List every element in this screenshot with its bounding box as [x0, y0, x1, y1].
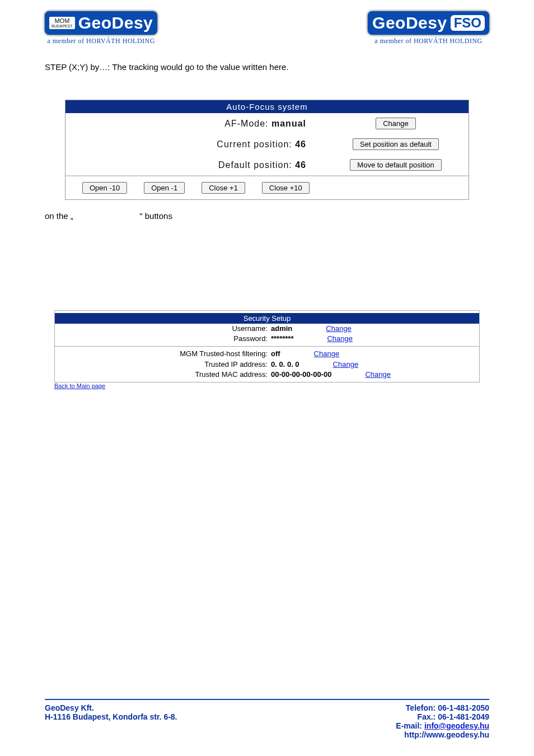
security-filter-label: MGM Trusted-host filtering: — [55, 349, 271, 359]
fso-badge: FSO — [451, 15, 485, 31]
change-password-link[interactable]: Change — [327, 334, 353, 344]
logo-right: GeoDesy FSO a member of HORVÁTH HOLDING — [368, 11, 489, 45]
change-button[interactable]: Change — [376, 118, 416, 129]
logo-left-name: GeoDesy — [78, 13, 153, 32]
footer-right: Telefon: 06-1-481-2050 Fax.: 06-1-481-20… — [396, 703, 489, 739]
security-mac-row: Trusted MAC address: 00-00-00-00-00-00 C… — [55, 370, 479, 380]
af-current-label: Current position: — [217, 139, 295, 149]
on-the-text: on the „ " buttons — [45, 211, 489, 221]
logo-left: MOM BUDAPEST GeoDesy a member of HORVÁTH… — [45, 11, 157, 45]
set-default-button[interactable]: Set position as default — [353, 138, 439, 150]
af-current-row: Current position: 46 Set position as def… — [65, 134, 469, 155]
step-text: STEP (X;Y) by…: The tracking would go to… — [45, 62, 489, 72]
af-default-value: 46 — [295, 160, 306, 170]
af-current-label-col: Current position: 46 — [65, 139, 329, 150]
on-the-prefix: on the „ — [45, 211, 73, 221]
footer-email-line: E-mail: info@geodesy.hu — [396, 721, 489, 730]
change-ip-link[interactable]: Change — [333, 360, 359, 370]
footer-email-link[interactable]: info@geodesy.hu — [424, 721, 489, 730]
page: MOM BUDAPEST GeoDesy a member of HORVÁTH… — [0, 0, 534, 756]
logo-left-tagline: a member of HORVÁTH HOLDING — [47, 37, 155, 45]
security-password-value: ******** — [271, 334, 293, 344]
footer-fax: Fax.: 06-1-481-2049 — [396, 712, 489, 721]
security-block-1: Security Setup Username: admin Change Pa… — [54, 310, 480, 346]
security-ip-value: 0. 0. 0. 0 — [271, 360, 299, 370]
security-ip-row: Trusted IP address: 0. 0. 0. 0 Change — [55, 360, 479, 370]
security-block-2: MGM Trusted-host filtering: off Change T… — [54, 346, 480, 382]
af-mode-label-col: AF-Mode: manual — [65, 119, 329, 129]
af-mode-row: AF-Mode: manual Change — [65, 113, 469, 134]
mom-badge-top: MOM — [51, 18, 73, 25]
change-mac-link[interactable]: Change — [365, 370, 391, 380]
footer-left: GeoDesy Kft. H-1116 Budapest, Kondorfa s… — [45, 703, 177, 739]
logo-right-tagline: a member of HORVÁTH HOLDING — [374, 37, 483, 45]
security-mac-value: 00-00-00-00-00-00 — [271, 370, 331, 380]
close-10-button[interactable]: Close +10 — [262, 182, 310, 194]
af-default-row: Default position: 46 Move to default pos… — [65, 155, 469, 175]
open-10-button[interactable]: Open -10 — [82, 182, 127, 194]
footer-address: H-1116 Budapest, Kondorfa str. 6-8. — [45, 712, 177, 721]
security-ip-label: Trusted IP address: — [55, 360, 271, 370]
security-username-label: Username: — [55, 324, 271, 334]
logo-left-box: MOM BUDAPEST GeoDesy — [45, 11, 157, 35]
step-button-row: Open -10 Open -1 Close +1 Close +10 — [65, 176, 469, 199]
af-mode-value: manual — [271, 119, 306, 128]
logo-right-name: GeoDesy — [372, 13, 447, 32]
change-username-link[interactable]: Change — [326, 324, 352, 334]
security-mac-label: Trusted MAC address: — [55, 370, 271, 380]
mom-badge-bottom: BUDAPEST — [51, 24, 73, 28]
back-link[interactable]: Back to Main page — [54, 382, 480, 389]
footer-company: GeoDesy Kft. — [45, 703, 177, 712]
af-default-label-col: Default position: 46 — [65, 160, 329, 170]
security-username-row: Username: admin Change — [55, 324, 479, 334]
security-filter-value: off — [271, 349, 280, 359]
security-title: Security Setup — [55, 313, 479, 324]
security-username-value: admin — [271, 324, 292, 334]
footer-tel: Telefon: 06-1-481-2050 — [396, 703, 489, 712]
buttons-suffix: " buttons — [139, 211, 172, 221]
security-panel: Security Setup Username: admin Change Pa… — [54, 310, 480, 389]
change-filter-link[interactable]: Change — [314, 349, 340, 359]
footer-web: http://www.geodesy.hu — [396, 730, 489, 739]
security-password-row: Password: ******** Change — [55, 334, 479, 344]
af-current-value: 46 — [295, 139, 306, 149]
af-mode-label: AF-Mode: — [224, 119, 271, 128]
footer: GeoDesy Kft. H-1116 Budapest, Kondorfa s… — [45, 699, 489, 739]
mom-badge: MOM BUDAPEST — [49, 17, 75, 30]
header: MOM BUDAPEST GeoDesy a member of HORVÁTH… — [45, 11, 489, 45]
logo-right-box: GeoDesy FSO — [368, 11, 489, 35]
autofocus-title: Auto-Focus system — [65, 100, 469, 113]
security-password-label: Password: — [55, 334, 271, 344]
af-default-label: Default position: — [218, 160, 295, 170]
move-default-button[interactable]: Move to default position — [350, 159, 441, 171]
footer-email-label: E-mail: — [396, 721, 424, 730]
open-1-button[interactable]: Open -1 — [144, 182, 185, 194]
security-filter-row: MGM Trusted-host filtering: off Change — [55, 349, 479, 359]
autofocus-panel: Auto-Focus system AF-Mode: manual Change… — [65, 100, 469, 200]
close-1-button[interactable]: Close +1 — [202, 182, 245, 194]
